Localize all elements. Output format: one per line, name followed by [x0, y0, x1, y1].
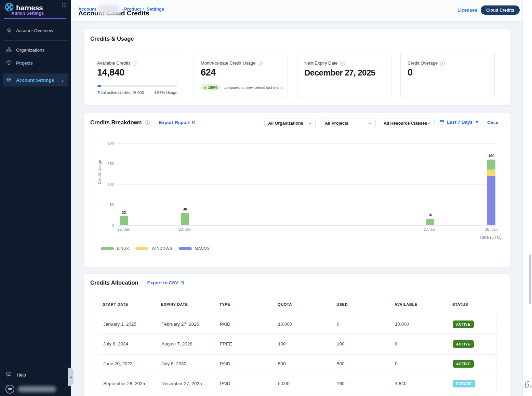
- x-axis-tick-label: 23. Jan: [174, 227, 196, 231]
- credits-usage-section: Credits & Usage Available Creditsi14,840…: [83, 29, 510, 106]
- cell-start: September 28, 2025: [103, 374, 145, 393]
- cell-type: PAID: [220, 315, 230, 333]
- bar-value-label: 22: [116, 210, 131, 215]
- user-name-redacted: [18, 386, 56, 392]
- y-axis-tick-label: 200: [100, 141, 114, 145]
- table-row: June 20, 2023July 8, 2030PAID5005000ACTI…: [98, 354, 497, 373]
- cloud-credits-button[interactable]: Cloud Credits: [481, 5, 520, 15]
- status-badge: FUTURE: [453, 380, 475, 387]
- sidebar-item-organizations[interactable]: Organizations: [0, 43, 71, 56]
- y-axis-tick-label: 50: [100, 203, 114, 207]
- credits-breakdown-title: Credits Breakdown: [90, 119, 142, 126]
- cell-available: 10,000: [395, 315, 409, 333]
- export-csv-link[interactable]: Export to CSV: [147, 280, 185, 285]
- cell-status: ACTIVE: [453, 335, 474, 353]
- x-axis-title: Time (UTC): [467, 235, 502, 240]
- y-axis-tick-label: 150: [100, 162, 114, 166]
- stat-card-label: Next Expiry Date: [304, 60, 338, 66]
- column-header-quota: QUOTA: [278, 302, 292, 306]
- y-axis-tick-label: 100: [100, 182, 114, 186]
- gridline: [117, 225, 496, 226]
- legend-label: WINDOWS: [151, 246, 172, 250]
- cell-expiry: February 27, 2026: [161, 315, 199, 333]
- avatar[interactable]: NB: [5, 385, 14, 394]
- svg-text:?: ?: [8, 372, 10, 375]
- apps-grid-icon[interactable]: [61, 2, 67, 9]
- cell-available: 0: [395, 335, 398, 353]
- column-header-used: USED: [336, 302, 348, 306]
- caret-down-icon: [476, 121, 478, 123]
- x-axis-tick: [124, 225, 124, 227]
- bar-segment-linux: [181, 213, 189, 225]
- sidebar-subtitle: Admin Settings: [11, 11, 44, 16]
- status-badge: ACTIVE: [453, 320, 474, 328]
- chart-legend: LINUXWINDOWSMACOS: [101, 246, 216, 250]
- cell-expiry: July 8, 2030: [161, 355, 186, 373]
- info-icon[interactable]: i: [133, 61, 137, 66]
- x-axis-tick: [185, 225, 185, 227]
- chevron-down-icon: [369, 122, 372, 124]
- info-icon[interactable]: i: [340, 61, 345, 66]
- cell-start: January 1, 2025: [103, 315, 136, 333]
- total-active-credits: Total active credits: 15,600: [97, 91, 144, 95]
- sidebar-collapse-handle[interactable]: ◂: [68, 368, 74, 386]
- bar-segment-linux: [487, 160, 495, 169]
- table-row: January 1, 2025February 27, 2026PAID10,0…: [98, 315, 497, 333]
- stat-card-credit-overage: Credit Overagei0: [400, 53, 495, 98]
- legend-item-macos[interactable]: MACOS: [179, 246, 210, 250]
- legend-swatch: [101, 247, 114, 250]
- credit-usage-chart: 050100150200Credit Usage2222. Jan3023. J…: [84, 134, 510, 268]
- export-report-link[interactable]: Export Report: [159, 120, 196, 125]
- legend-swatch: [179, 247, 192, 250]
- cell-type: PAID: [220, 355, 230, 373]
- cell-type: FREE: [220, 335, 232, 353]
- sidebar-item-label: Account Overview: [16, 28, 53, 33]
- y-axis-tick-label: 0: [100, 223, 114, 227]
- x-axis-tick-label: 27. Jan: [419, 227, 441, 231]
- sidebar-nav: Account OverviewOrganizationsProjectsAcc…: [0, 24, 71, 86]
- stat-card-month-to-date-credit-usage: Month-to-date Credit Usagei624186%compar…: [194, 53, 288, 98]
- delta-badge: 186%: [201, 84, 221, 91]
- status-badge: ACTIVE: [453, 360, 474, 368]
- cell-expiry: August 7, 2028: [161, 335, 192, 353]
- bar-segment-linux: [426, 219, 434, 225]
- help-icon: ?: [6, 372, 12, 378]
- handwritten-annotation: 6.: [523, 379, 532, 390]
- bar-value-label: 160: [484, 154, 499, 158]
- gear-icon: [6, 77, 12, 83]
- cell-quota: 5,000: [278, 374, 290, 393]
- column-header-status: STATUS: [452, 302, 468, 306]
- cell-type: PAID: [220, 374, 230, 393]
- info-icon[interactable]: i: [145, 120, 150, 125]
- projects-filter-select[interactable]: All Projects: [321, 119, 376, 128]
- sidebar-item-account-settings[interactable]: Account Settings›: [3, 73, 68, 86]
- date-range-picker[interactable]: Last 7 Days: [439, 120, 478, 125]
- delta-note: compared to prev. period last month: [224, 85, 283, 90]
- info-icon[interactable]: i: [440, 61, 445, 66]
- info-icon[interactable]: i: [258, 61, 263, 66]
- sidebar-item-account-overview[interactable]: Account Overview: [0, 24, 71, 37]
- sidebar-item-projects[interactable]: Projects: [0, 56, 71, 69]
- credits-usage-title: Credits & Usage: [90, 36, 134, 42]
- resource-classes-filter-select[interactable]: All Resource Classes: [380, 119, 435, 128]
- legend-item-windows[interactable]: WINDOWS: [135, 246, 172, 250]
- legend-swatch: [135, 247, 148, 250]
- legend-item-linux[interactable]: LINUX: [101, 246, 129, 250]
- bar-value-label: 16: [423, 213, 438, 217]
- cell-available: 4,840: [395, 374, 407, 393]
- cell-used: 500: [337, 355, 345, 373]
- cell-quota: 500: [278, 355, 286, 373]
- sidebar-item-help[interactable]: ? Help: [0, 370, 71, 380]
- clear-filters-link[interactable]: Clear: [487, 120, 499, 125]
- scrollbar-thumb[interactable]: [529, 255, 531, 304]
- organizations-filter-select[interactable]: All Organizations: [264, 119, 316, 128]
- org-icon: [6, 47, 12, 53]
- stat-card-value: December 27, 2025: [304, 67, 377, 78]
- stat-card-value: 624: [201, 67, 216, 78]
- y-axis-title: Credit Usage: [97, 143, 102, 184]
- cube-icon: [6, 60, 12, 66]
- cell-status: FUTURE: [453, 374, 475, 393]
- stat-card-next-expiry-date: Next Expiry DateiDecember 27, 2025: [297, 53, 391, 98]
- licenses-link[interactable]: Licenses: [457, 8, 477, 13]
- external-link-icon: [180, 281, 184, 285]
